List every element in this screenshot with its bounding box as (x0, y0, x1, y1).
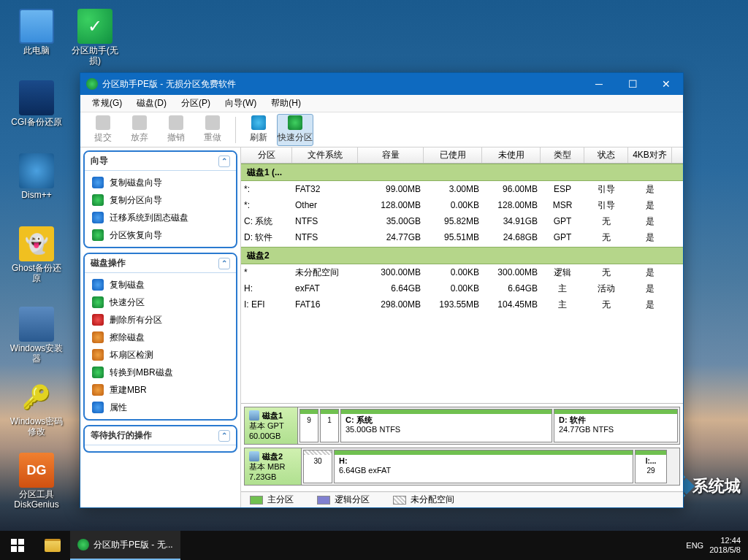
start-button[interactable] (0, 531, 35, 560)
sidebar-item[interactable]: 删除所有分区 (85, 311, 236, 329)
layout-partition[interactable]: I:...29 (635, 450, 667, 483)
icon-label: 此电脑 (9, 45, 64, 55)
button-label: 快速分区 (278, 131, 313, 144)
system-tray[interactable]: ENG 12:442018/5/8 (679, 536, 748, 555)
disk-icon (249, 410, 259, 421)
sidebar-item[interactable]: 迁移系统到固态磁盘 (85, 209, 236, 226)
desktop-icon-pa[interactable]: 分区助手(无损) (67, 9, 123, 66)
commit-button: 提交 (85, 114, 121, 146)
ime-indicator[interactable]: ENG (686, 541, 703, 550)
layout-partition[interactable]: H:6.64GB exFAT (334, 450, 633, 483)
partition-row[interactable]: H:exFAT6.64GB0.00KB6.64GB主活动是 (241, 280, 683, 296)
disk-group-header[interactable]: 磁盘2 (241, 247, 683, 264)
clock[interactable]: 12:442018/5/8 (709, 536, 741, 555)
desktop-icon-dg[interactable]: 分区工具DiskGenius (9, 453, 64, 510)
titlebar[interactable]: 分区助手PE版 - 无损分区免费软件 ─ ☐ ✕ (80, 73, 683, 95)
sidebar-item[interactable]: 复制磁盘 (85, 276, 236, 294)
partition-row[interactable]: I: EFIFAT16298.00MB193.55MB104.45MB主无是 (241, 296, 683, 312)
disk-layout: 磁盘1基本 GPT60.00GB91C: 系统35.00GB NTFSD: 软件… (241, 403, 683, 491)
desktop-icon-key[interactable]: Windows密码修改 (9, 380, 64, 437)
column-header[interactable]: 已使用 (424, 147, 482, 163)
winst-icon (19, 307, 54, 342)
column-header[interactable]: 分区 (241, 147, 292, 163)
refresh-button[interactable]: 刷新 (240, 114, 277, 146)
partition-row[interactable]: *未分配空间300.00MB0.00KB300.00MB逻辑无是 (241, 264, 683, 280)
button-label: 撤销 (167, 131, 185, 144)
sidebar-item[interactable]: 属性 (85, 399, 236, 416)
item-icon (92, 349, 104, 361)
column-header[interactable]: 未使用 (482, 147, 541, 163)
panel-wizard: 向导⌃复制磁盘向导复制分区向导迁移系统到固态磁盘分区恢复向导 (83, 150, 237, 248)
desktop-icon-ghost[interactable]: Ghost备份还原 (9, 226, 64, 283)
menu-item[interactable]: 帮助(H) (264, 95, 308, 112)
sidebar-item[interactable]: 分区恢复向导 (85, 226, 236, 244)
commit-icon (96, 115, 110, 130)
layout-partition[interactable]: 30 (303, 450, 332, 483)
desktop-icon-pc[interactable]: 此电脑 (9, 9, 64, 55)
item-label: 重建MBR (110, 384, 147, 396)
quick-button[interactable]: 快速分区 (277, 114, 313, 146)
cgi-icon (19, 80, 54, 115)
undo-button: 撤销 (158, 114, 194, 146)
panel-header[interactable]: 磁盘操作⌃ (85, 254, 236, 273)
partition-row[interactable]: C: 系统NTFS35.00GB95.82MB34.91GBGPT无是 (241, 213, 683, 229)
menu-item[interactable]: 分区(P) (174, 95, 218, 112)
disk-group-header[interactable]: 磁盘1 (... (241, 164, 683, 181)
icon-label: CGI备份还原 (9, 117, 64, 127)
sidebar-item[interactable]: 擦除磁盘 (85, 329, 236, 346)
disk-info: 磁盘2基本 MBR7.23GB (245, 448, 302, 485)
item-icon (92, 194, 104, 206)
panel-title: 等待执行的操作 (91, 429, 152, 442)
item-icon (92, 212, 104, 223)
menu-item[interactable]: 向导(W) (218, 95, 264, 112)
icon-label: Windows密码修改 (9, 416, 64, 437)
app-window: 分区助手PE版 - 无损分区免费软件 ─ ☐ ✕ 常规(G)磁盘(D)分区(P)… (80, 72, 684, 508)
sidebar-item[interactable]: 转换到MBR磁盘 (85, 364, 236, 381)
disk-info: 磁盘1基本 GPT60.00GB (245, 407, 298, 444)
item-icon (92, 296, 104, 308)
item-icon (92, 229, 104, 241)
layout-partition[interactable]: 1 (320, 409, 339, 442)
collapse-icon[interactable]: ⌃ (218, 430, 230, 442)
panel-diskops: 磁盘操作⌃复制磁盘快速分区删除所有分区擦除磁盘坏扇区检测转换到MBR磁盘重建MB… (83, 253, 237, 421)
discard-button: 放弃 (121, 114, 158, 146)
desktop-icon-cgi[interactable]: CGI备份还原 (9, 80, 64, 127)
desktop-icon-dism[interactable]: Dism++ (9, 153, 64, 200)
taskbar-app[interactable]: 分区助手PE版 - 无... (70, 531, 180, 560)
layout-partition[interactable]: 9 (299, 409, 318, 442)
sidebar-item[interactable]: 复制分区向导 (85, 191, 236, 209)
column-header[interactable]: 4KB对齐 (628, 147, 672, 163)
desktop-icon-winst[interactable]: Windows安装器 (9, 307, 64, 364)
collapse-icon[interactable]: ⌃ (218, 258, 230, 269)
redo-button: 重做 (194, 114, 231, 146)
panel-header[interactable]: 向导⌃ (85, 152, 236, 171)
minimize-button[interactable]: ─ (582, 73, 616, 95)
menu-item[interactable]: 磁盘(D) (129, 95, 174, 112)
maximize-button[interactable]: ☐ (616, 73, 649, 95)
sidebar-item[interactable]: 坏扇区检测 (85, 346, 236, 364)
layout-partition[interactable]: C: 系统35.00GB NTFS (340, 409, 552, 442)
partition-row[interactable]: D: 软件NTFS24.77GB95.51MB24.68GBGPT无是 (241, 229, 683, 245)
layout-partition[interactable]: D: 软件24.77GB NTFS (554, 409, 678, 442)
grid-body[interactable]: 磁盘1 (...*:FAT3299.00MB3.00MB96.00MBESP引导… (241, 164, 683, 403)
icon-label: Windows安装器 (9, 343, 64, 364)
disk-layout-row[interactable]: 磁盘2基本 MBR7.23GB30H:6.64GB exFATI:...29 (244, 448, 680, 486)
partition-row[interactable]: *:FAT3299.00MB3.00MB96.00MBESP引导是 (241, 181, 683, 197)
legend: 主分区 逻辑分区 未分配空间 (241, 491, 683, 507)
collapse-icon[interactable]: ⌃ (218, 156, 230, 167)
sidebar-item[interactable]: 快速分区 (85, 294, 236, 311)
menu-item[interactable]: 常规(G) (85, 95, 129, 112)
column-header[interactable]: 文件系统 (292, 147, 358, 163)
partition-row[interactable]: *:Other128.00MB0.00KB128.00MBMSR引导是 (241, 197, 683, 213)
panel-header[interactable]: 等待执行的操作⌃ (85, 426, 236, 445)
column-header[interactable]: 状态 (584, 147, 628, 163)
sidebar-item[interactable]: 重建MBR (85, 381, 236, 399)
column-header[interactable]: 类型 (541, 147, 584, 163)
file-explorer-button[interactable] (35, 531, 70, 560)
close-button[interactable]: ✕ (649, 73, 683, 95)
button-label: 放弃 (131, 131, 148, 144)
sidebar-item[interactable]: 复制磁盘向导 (85, 174, 236, 191)
disk-layout-row[interactable]: 磁盘1基本 GPT60.00GB91C: 系统35.00GB NTFSD: 软件… (244, 407, 680, 445)
column-header[interactable]: 容量 (358, 147, 424, 163)
pa-icon (77, 9, 112, 44)
